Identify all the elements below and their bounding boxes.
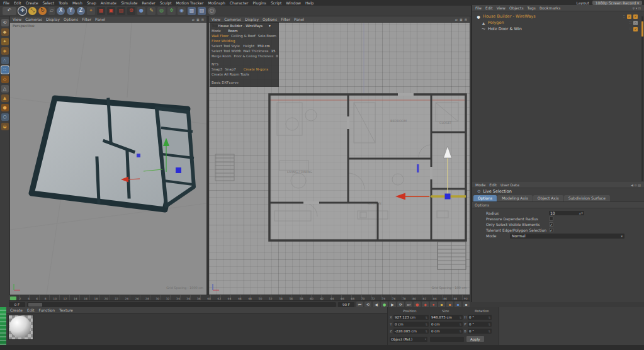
menu-item[interactable]: Help [305, 1, 314, 5]
viewport-menu-item[interactable]: Display [46, 17, 60, 21]
viewport-menu-item[interactable]: Options [263, 17, 277, 21]
layout-preset-dropdown[interactable]: 1080p Screen Record ▾ [592, 1, 642, 5]
viewport-menu-item[interactable]: View [212, 17, 220, 21]
points-mode-icon[interactable]: ∷ [1, 66, 9, 74]
om-menu-item[interactable]: View [497, 6, 506, 10]
om-scrollbar[interactable] [641, 16, 643, 181]
options-section-label[interactable]: Options [472, 201, 644, 208]
visible-elements-checkbox[interactable]: ✓ [549, 222, 553, 227]
viewport-menu-item[interactable]: Panel [294, 17, 304, 21]
layout-label[interactable]: Layout [576, 1, 589, 5]
add-primitive-icon[interactable]: ● [137, 7, 145, 15]
hud-tool-width-label[interactable]: Select Tool Width [212, 48, 240, 54]
hud-create-all-room-tools[interactable]: Create All Room Tools [212, 72, 249, 77]
attr-tab[interactable]: Modeling Axis [497, 195, 533, 201]
hud-mode-value[interactable]: Room [228, 28, 238, 33]
display-mode-b-icon[interactable]: ▤ [198, 7, 206, 15]
apply-button[interactable]: Apply [466, 336, 484, 342]
hud-snap3[interactable]: Snap3 [212, 67, 222, 72]
menu-item[interactable]: Render [142, 1, 155, 5]
size-z-field[interactable]: 0 cm⇅ [430, 329, 463, 334]
lock-y-axis-icon[interactable]: Y [67, 7, 75, 15]
object-tag[interactable]: △ [633, 21, 638, 25]
move-tool-icon[interactable]: ✛ [18, 7, 26, 15]
undo-icon[interactable]: ↶ [3, 7, 16, 15]
render-team-icon[interactable]: ▤ [117, 7, 125, 15]
visibility-dots[interactable]: ⁚⁚ [623, 14, 625, 18]
material-menu-item[interactable]: Texture [59, 308, 73, 312]
menu-item[interactable]: Edit [14, 1, 21, 5]
hud-snap7[interactable]: Snap7 [225, 67, 235, 72]
om-menu-icons[interactable]: ⚲ ▾ ⊡ [632, 6, 641, 10]
menu-item[interactable]: File [3, 1, 9, 5]
viewport-perspective-canvas[interactable]: Grid Spacing : 1000 cm [10, 22, 206, 295]
add-light-icon[interactable]: ◌ [208, 7, 216, 15]
attr-menu-item[interactable]: Edit [489, 183, 497, 187]
position-x-field[interactable]: 927.123 cm⇅ [393, 315, 429, 320]
material-menu-item[interactable]: Edit [27, 308, 35, 312]
hud-nys-label[interactable]: NYS [212, 62, 218, 67]
frame-range-slider[interactable] [27, 302, 336, 307]
object-tag[interactable]: ✓ [633, 14, 638, 19]
om-menu-item[interactable]: Edit [485, 6, 493, 10]
rotation-b-field[interactable]: 0 °⇅ [468, 329, 492, 334]
hud-floor-welding[interactable]: Floor Welding [212, 38, 235, 43]
frame-slider-thumb[interactable] [28, 303, 42, 307]
hud-solo-room[interactable]: Solo Room [258, 33, 276, 38]
viewport-perspective[interactable]: ViewCamerasDisplayOptionsFilterPanel ⇄▣⊞… [10, 16, 206, 295]
viewport-menu-item[interactable]: Cameras [25, 17, 42, 21]
viewport-menu-item[interactable]: Filter [281, 17, 290, 21]
menu-item[interactable]: Create [26, 1, 38, 5]
menu-item[interactable]: Window [286, 1, 301, 5]
menu-item[interactable]: Script [271, 1, 281, 5]
attr-menu-item[interactable]: User Data [500, 183, 519, 187]
snap-mode-icon[interactable]: ⬡ [1, 113, 9, 121]
menu-item[interactable]: Simulate [121, 1, 138, 5]
timeline-playhead[interactable] [10, 296, 16, 300]
polygons-mode-icon[interactable]: △ [1, 85, 9, 93]
material-thumbnail[interactable]: Wall Inside [8, 315, 33, 340]
object-row-polygon[interactable]: ▲ Polygon ⁚⁚ △ [472, 20, 644, 26]
frame-end-field[interactable]: 90 F [338, 302, 354, 307]
viewport-swap-icon[interactable]: ⇄ [455, 18, 458, 21]
radius-input[interactable]: 10 ▲▼ [549, 211, 584, 215]
tweak-mode-icon[interactable]: ▲ [1, 94, 9, 102]
viewport-swap-icon[interactable]: ⇄ [192, 18, 195, 21]
object-row-house-builder[interactable]: ● House Builder - WireWays ⁚⁚ ✓ ✓ [472, 13, 644, 20]
menu-item[interactable]: MoGraph [208, 1, 225, 5]
hud-ceiling-thickness-value[interactable]: 0 [276, 54, 278, 59]
rotate-tool-icon[interactable]: ↻ [38, 7, 47, 15]
render-settings-icon[interactable]: ⚙ [127, 7, 135, 15]
menu-item[interactable]: Animate [101, 1, 116, 5]
tolerant-selection-checkbox[interactable]: ✓ [549, 228, 553, 232]
object-row-hole-door-win[interactable]: 〜 Hole Door & Win ⁚⁚ ✓ [472, 26, 644, 32]
rotation-h-field[interactable]: 0 °⇅ [468, 315, 492, 320]
viewport-menu-item[interactable]: Options [64, 17, 78, 21]
menu-item[interactable]: Character [230, 1, 249, 5]
object-name[interactable]: House Builder - WireWays [483, 14, 536, 19]
scale-tool-icon[interactable]: ⤡ [28, 7, 37, 15]
size-y-field[interactable]: 0 cm⇅ [430, 322, 463, 327]
attr-menu-icons[interactable]: ◀ ⊙ ▤ [631, 183, 641, 187]
menu-item[interactable]: Tools [59, 1, 68, 5]
frame-start-field[interactable]: 0 F [9, 302, 25, 307]
display-mode-a-icon[interactable]: ▥ [188, 7, 196, 15]
axis-mode-icon[interactable]: ● [1, 104, 9, 111]
visibility-dots[interactable]: ⁚⁚ [630, 21, 631, 25]
lock-z-axis-icon[interactable]: Z [77, 7, 85, 15]
viewport-menu-item[interactable]: View [13, 17, 21, 21]
hud-title[interactable]: House Builder - WireWays [218, 23, 263, 28]
viewport-top[interactable]: ViewCamerasDisplayOptionsFilterPanel ⇄▣⊞… [209, 16, 470, 295]
stepper-icon[interactable]: ▲▼ [579, 212, 583, 215]
object-name[interactable]: Hole Door & Win [488, 26, 522, 31]
hud-merge-room-label[interactable]: Merge Room [212, 54, 231, 59]
om-scrollbar-thumb[interactable] [641, 21, 643, 37]
make-editable-icon[interactable]: ⟲ [1, 19, 9, 26]
size-x-field[interactable]: 948.875 cm⇅ [430, 315, 463, 320]
hud-ceiling-roof[interactable]: Ceiling & Roof [231, 33, 256, 38]
viewport-maximize-icon[interactable]: ⊞ [201, 18, 204, 21]
last-tool-icon[interactable]: ▱ [48, 7, 55, 15]
timeline-ruler[interactable]: 0246810121416182022242628303234363840424… [9, 295, 470, 301]
menu-item[interactable]: Snap [87, 1, 96, 5]
attr-tab[interactable]: Subdivision Surface [564, 195, 610, 201]
